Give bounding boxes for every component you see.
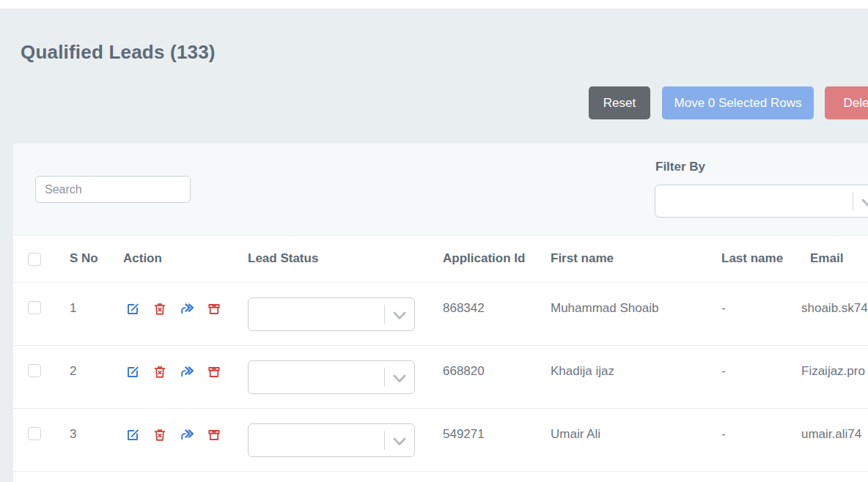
reset-button[interactable]: Reset — [589, 86, 650, 119]
edit-icon[interactable] — [126, 429, 139, 442]
delete-icon[interactable] — [153, 366, 166, 379]
filter-by-select[interactable] — [655, 185, 868, 218]
leads-panel: Filter By S No Action Lead Status Applic… — [13, 144, 868, 482]
forward-icon[interactable] — [180, 429, 194, 442]
email-cell: shoaib.sk74 — [801, 301, 868, 316]
archive-icon[interactable] — [207, 303, 221, 316]
archive-icon[interactable] — [207, 429, 221, 442]
column-header-application-id: Application Id — [443, 251, 525, 266]
email-cell: Fizaijaz.pro — [801, 364, 865, 379]
edit-icon[interactable] — [126, 366, 139, 379]
chevron-down-icon — [861, 197, 868, 206]
select-divider — [853, 192, 853, 211]
column-header-action: Action — [123, 251, 162, 266]
forward-icon[interactable] — [180, 366, 194, 379]
select-all-checkbox[interactable] — [28, 253, 41, 266]
filter-by-label: Filter By — [655, 160, 705, 174]
column-header-lead-status: Lead Status — [248, 251, 318, 266]
delete-icon[interactable] — [153, 429, 166, 442]
column-header-last-name: Last name — [721, 251, 783, 266]
chevron-down-icon — [393, 436, 406, 445]
chevron-down-icon — [393, 373, 406, 382]
row-checkbox[interactable] — [28, 301, 41, 314]
last-name-cell: - — [721, 301, 726, 316]
lead-status-select[interactable] — [248, 360, 415, 394]
application-id-cell: 868342 — [443, 301, 485, 316]
page-title: Qualified Leads (133) — [21, 41, 216, 64]
row-checkbox[interactable] — [28, 427, 41, 440]
column-header-first-name: First name — [551, 251, 614, 266]
column-header-sno: S No — [70, 251, 98, 266]
application-id-cell: 549271 — [443, 427, 485, 442]
select-divider — [384, 368, 385, 387]
email-cell: umair.ali74 — [801, 427, 861, 442]
column-header-email: Email — [810, 251, 843, 266]
first-name-cell: Khadija ijaz — [551, 364, 614, 379]
toolbar: Reset Move 0 Selected Rows Delete — [0, 86, 868, 119]
last-name-cell: - — [721, 427, 726, 442]
table-row: 3 549271 Umair Ali - umair.ali74 — [13, 409, 868, 472]
first-name-cell: Muhammad Shoaib — [551, 301, 658, 316]
archive-icon[interactable] — [207, 366, 221, 379]
move-selected-rows-button[interactable]: Move 0 Selected Rows — [662, 86, 814, 119]
sno-cell: 1 — [70, 301, 76, 316]
application-id-cell: 668820 — [443, 364, 485, 379]
sno-cell: 3 — [70, 427, 76, 442]
filter-bar: Filter By — [13, 144, 868, 236]
edit-icon[interactable] — [126, 303, 139, 316]
delete-button[interactable]: Delete — [825, 86, 868, 119]
forward-icon[interactable] — [180, 303, 194, 316]
row-checkbox[interactable] — [28, 364, 41, 377]
table-row: 1 868342 Muhammad Shoaib - shoaib.sk74 — [13, 283, 868, 346]
select-divider — [384, 305, 385, 324]
chevron-down-icon — [393, 310, 406, 319]
table-row — [13, 472, 868, 482]
sno-cell: 2 — [70, 364, 76, 379]
last-name-cell: - — [721, 364, 726, 379]
table-row: 2 668820 Khadija ijaz - Fizaijaz.pro — [13, 346, 868, 409]
search-input[interactable] — [35, 176, 191, 203]
delete-icon[interactable] — [153, 303, 166, 316]
select-divider — [384, 431, 385, 450]
table-header: S No Action Lead Status Application Id F… — [13, 236, 868, 283]
first-name-cell: Umair Ali — [551, 427, 600, 442]
lead-status-select[interactable] — [248, 297, 415, 331]
lead-status-select[interactable] — [248, 423, 415, 457]
top-strip — [0, 0, 868, 9]
